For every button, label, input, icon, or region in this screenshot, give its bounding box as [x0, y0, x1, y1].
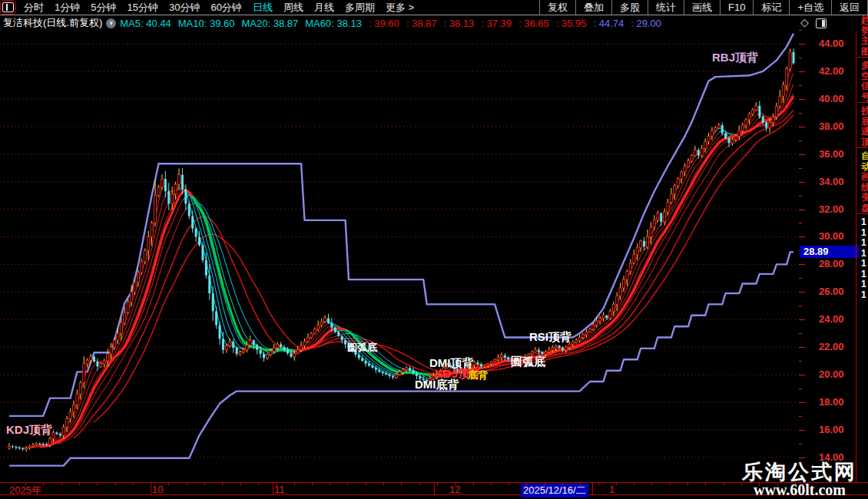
period-item-7[interactable]: 周线 [283, 1, 303, 15]
sidebar-strip-item[interactable]: 多 [857, 61, 868, 71]
price-tick-mark [799, 264, 805, 265]
sidebar-strip-item[interactable]: 逃 [857, 127, 868, 137]
ma-value-1: MA10: 39.60 [178, 18, 235, 29]
sidebar-strip-item[interactable]: 1 [857, 269, 868, 280]
period-item-6[interactable]: 日线 [253, 1, 273, 15]
week-tick [401, 483, 402, 486]
date-axis-label: 10 [152, 484, 163, 495]
week-tick [634, 483, 634, 486]
week-tick [330, 483, 330, 486]
price-tick-mark [799, 347, 805, 348]
period-item-4[interactable]: 30分钟 [169, 1, 200, 15]
period-item-0[interactable]: 分时 [24, 1, 44, 15]
sidebar-strip-item[interactable]: 盘 [857, 203, 868, 214]
price-minor-tick [799, 85, 802, 86]
period-item-10[interactable]: 更多 > [386, 1, 414, 15]
toolbar-button-2[interactable]: 多股 [611, 0, 648, 15]
price-tick-label: 42.00 [819, 65, 844, 77]
period-item-3[interactable]: 15分钟 [127, 1, 157, 15]
period-item-2[interactable]: 5分钟 [91, 1, 116, 15]
sidebar-strip-item[interactable]: 变 [857, 193, 868, 203]
price-tick-label: 20.00 [819, 368, 844, 380]
indicator-value-3: : 37.39 [481, 18, 512, 29]
indicator-value-0: : 39.60 [369, 18, 399, 29]
week-tick [97, 483, 98, 486]
indicator-value-2: : 38.13 [443, 18, 474, 29]
date-highlight-badge: 2025/12/16/二 [521, 484, 588, 497]
date-axis-label: 1 [609, 484, 615, 495]
app-window: 分时1分钟5分钟15分钟30分钟60分钟日线周线月线多周期更多 > 复权叠加多股… [0, 0, 868, 499]
week-tick [724, 483, 724, 486]
toolbar-button-0[interactable]: 复权 [539, 0, 575, 15]
week-tick [43, 483, 44, 486]
toolbar-button-5[interactable]: F10 [720, 0, 753, 15]
price-minor-tick [799, 140, 802, 141]
week-tick [240, 483, 241, 486]
sidebar-strip-item[interactable]: 1 [857, 228, 868, 239]
ma-value-0: MA5: 40.44 [120, 18, 171, 29]
week-tick [491, 483, 492, 486]
week-tick [687, 483, 688, 486]
price-tick-label: 16.00 [819, 424, 844, 435]
sidebar-strip-item[interactable]: 抄 [857, 106, 868, 117]
right-sidebar-strip[interactable]: 趋势主图多空信号抄底逃顶自动画线变盘11111111 [857, 15, 868, 494]
sidebar-strip-item[interactable]: 信 [857, 81, 868, 92]
toolbar-button-3[interactable]: 统计 [648, 0, 684, 15]
sidebar-strip-item[interactable]: 线 [857, 183, 868, 193]
month-divider [592, 483, 593, 494]
sidebar-strip-item[interactable]: 顶 [857, 137, 868, 148]
period-item-9[interactable]: 多周期 [345, 1, 375, 15]
indicator-value-5: : 35.95 [556, 18, 587, 29]
sidebar-strip-item[interactable]: 号 [857, 92, 868, 103]
price-tick-label: 26.00 [819, 286, 844, 297]
sidebar-strip-item[interactable]: 主 [857, 36, 868, 47]
toolbar-button-1[interactable]: 叠加 [575, 0, 611, 15]
week-tick [294, 483, 295, 486]
layout-panel-icon[interactable] [2, 2, 14, 12]
symbol-title[interactable]: 复洁科技(日线.前复权) [3, 16, 102, 30]
sidebar-strip-item[interactable]: 图 [857, 47, 868, 58]
price-highlight-badge: 28.89 [800, 246, 859, 258]
week-tick [419, 483, 420, 486]
week-tick [79, 483, 80, 486]
week-tick [598, 483, 599, 486]
price-tick-mark [799, 292, 805, 292]
ma-value-2: MA20: 38.87 [242, 18, 299, 29]
toolbar-button-7[interactable]: +自选 [789, 0, 831, 15]
sidebar-strip-item[interactable]: 1 [857, 290, 868, 301]
date-axis[interactable]: 2025年1011122025/12/16/二1 [0, 482, 868, 495]
panel-toggle-icon[interactable] [816, 18, 827, 28]
toolbar-button-8[interactable]: 返回 [831, 0, 868, 15]
sidebar-strip-item[interactable]: 动 [857, 162, 868, 173]
week-tick [455, 483, 456, 486]
sidebar-strip-item[interactable]: 1 [857, 238, 868, 249]
sidebar-strip-item[interactable]: 趋 [857, 15, 868, 26]
sidebar-strip-item[interactable]: 画 [857, 172, 868, 183]
period-item-5[interactable]: 60分钟 [210, 1, 241, 15]
price-tick-mark [799, 44, 805, 45]
sidebar-strip-item[interactable]: 势 [857, 26, 868, 37]
sidebar-strip-item[interactable]: 1 [857, 279, 868, 290]
sidebar-strip-item[interactable]: 1 [857, 217, 868, 228]
candlestick-chart[interactable] [0, 31, 799, 482]
diamond-marker-icon[interactable]: ◇ [800, 16, 809, 28]
period-item-1[interactable]: 1分钟 [55, 1, 80, 15]
price-tick-label: 40.00 [819, 93, 844, 104]
week-tick [276, 483, 277, 486]
sidebar-strip-item[interactable]: 底 [857, 117, 868, 127]
watermark: 乐淘公式网 www.60lt.com [742, 462, 857, 497]
toolbar-button-4[interactable]: 画线 [684, 0, 720, 15]
sidebar-strip-item[interactable]: 自 [857, 151, 868, 162]
sidebar-strip-item[interactable]: 1 [857, 259, 868, 269]
chevron-down-icon[interactable]: ▾ [106, 18, 116, 28]
week-tick [509, 483, 509, 486]
indicator-value-1: : 38.87 [406, 18, 437, 29]
sidebar-strip-item[interactable]: 1 [857, 249, 868, 259]
sidebar-strip-item[interactable]: 空 [857, 71, 868, 82]
week-tick [705, 483, 706, 486]
toolbar-button-6[interactable]: 标记 [753, 0, 789, 15]
price-tick-label: 30.00 [819, 230, 844, 242]
period-item-8[interactable]: 月线 [314, 1, 334, 15]
week-tick [473, 483, 474, 486]
price-tick-mark [799, 236, 805, 237]
